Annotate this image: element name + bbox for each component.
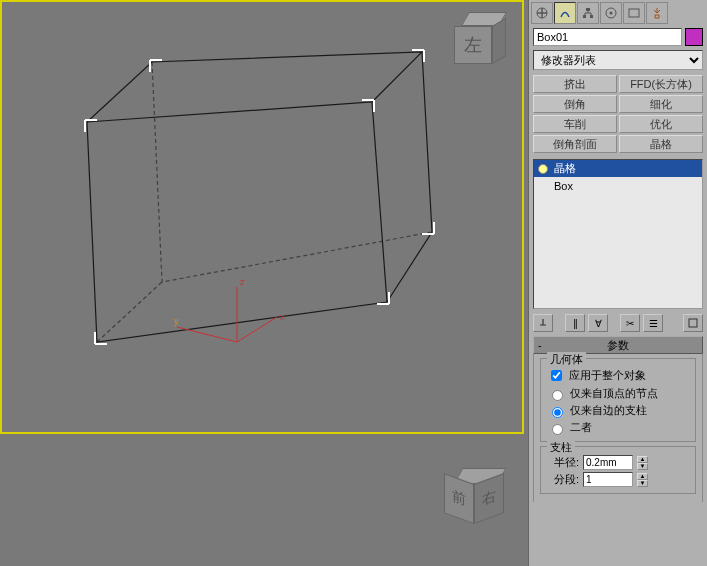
apply-whole-checkbox[interactable] [551,370,562,381]
object-color-swatch[interactable] [685,28,703,46]
modifier-stack[interactable]: 晶格 Box [533,159,703,309]
display-tab[interactable] [623,2,645,24]
only-edge-label: 仅来自边的支柱 [570,403,647,418]
rollout-title: 参数 [607,338,629,353]
viewport-area: x y z 左 前 右 [0,0,528,566]
create-tab[interactable] [531,2,553,24]
viewcube-2[interactable]: 前 右 [444,468,516,540]
params-rollout-body: 几何体 应用于整个对象 仅来自顶点的节点 仅来自边的支柱 二者 [533,354,703,502]
viewcube-face-left[interactable]: 左 [454,26,492,64]
remove-modifier-button[interactable]: ✂ [620,314,640,332]
svg-rect-19 [583,15,586,18]
radius-label: 半径: [547,455,579,470]
mod-btn-extrude[interactable]: 挤出 [533,75,617,93]
only-vertex-radio[interactable] [552,390,563,401]
stack-toolbar: ‖ ∀ ✂ ☰ [529,312,707,334]
svg-rect-23 [629,9,639,17]
svg-line-15 [177,327,237,342]
mod-btn-lathe[interactable]: 车削 [533,115,617,133]
svg-rect-24 [689,319,697,327]
axis-x-label: x [280,312,285,322]
apply-whole-label: 应用于整个对象 [569,368,646,383]
lower-viewport[interactable]: 前 右 [0,438,524,566]
mod-btn-chamfer[interactable]: 倒角 [533,95,617,113]
mod-btn-tessellate[interactable]: 细化 [619,95,703,113]
segs-label: 分段: [547,472,579,487]
stack-item-label: Box [554,180,573,192]
segs-spin-down[interactable]: ▼ [637,480,648,487]
stack-item-lattice[interactable]: 晶格 [534,160,702,177]
axis-z-label: z [240,277,245,287]
modifier-buttons: 挤出 FFD(长方体) 倒角 细化 车削 优化 倒角剖面 晶格 [529,72,707,156]
wireframe-box: x y z [2,2,522,432]
svg-rect-18 [586,8,590,11]
pin-stack-button[interactable] [533,314,553,332]
mod-btn-optimize[interactable]: 优化 [619,115,703,133]
svg-rect-20 [590,15,593,18]
command-panel-tabs [529,0,707,26]
struts-group-title: 支柱 [547,440,575,455]
axis-y-label: y [174,316,179,326]
geometry-group-title: 几何体 [547,352,586,367]
modifier-list-dropdown[interactable]: 修改器列表 [533,50,703,70]
configure-sets-button[interactable]: ☰ [643,314,663,332]
stack-config-button[interactable] [683,314,703,332]
motion-tab[interactable] [600,2,622,24]
radius-spin-down[interactable]: ▼ [637,463,648,470]
utilities-tab[interactable] [646,2,668,24]
make-unique-button[interactable]: ∀ [588,314,608,332]
perspective-viewport[interactable]: x y z 左 [0,0,524,434]
mod-btn-ffd-box[interactable]: FFD(长方体) [619,75,703,93]
radius-spin-up[interactable]: ▲ [637,456,648,463]
bulb-icon[interactable] [538,164,548,174]
stack-item-box[interactable]: Box [534,177,702,194]
segs-input[interactable] [583,472,633,487]
radius-input[interactable] [583,455,633,470]
both-label: 二者 [570,420,592,435]
command-panel: 修改器列表 挤出 FFD(长方体) 倒角 细化 车削 优化 倒角剖面 晶格 晶格… [528,0,707,566]
svg-point-22 [610,12,613,15]
only-edge-radio[interactable] [552,407,563,418]
mod-btn-chamfer-section[interactable]: 倒角剖面 [533,135,617,153]
hierarchy-tab[interactable] [577,2,599,24]
object-name-input[interactable] [533,28,682,46]
modify-tab[interactable] [554,2,576,24]
segs-spin-up[interactable]: ▲ [637,473,648,480]
mod-btn-lattice[interactable]: 晶格 [619,135,703,153]
svg-line-14 [237,317,277,342]
geometry-group: 几何体 应用于整个对象 仅来自顶点的节点 仅来自边的支柱 二者 [540,358,696,442]
only-vertex-label: 仅来自顶点的节点 [570,386,658,401]
struts-group: 支柱 半径: ▲▼ 分段: ▲▼ [540,446,696,494]
stack-item-label: 晶格 [554,161,576,176]
show-result-button[interactable]: ‖ [565,314,585,332]
viewcube[interactable]: 左 [454,12,514,72]
both-radio[interactable] [552,424,563,435]
